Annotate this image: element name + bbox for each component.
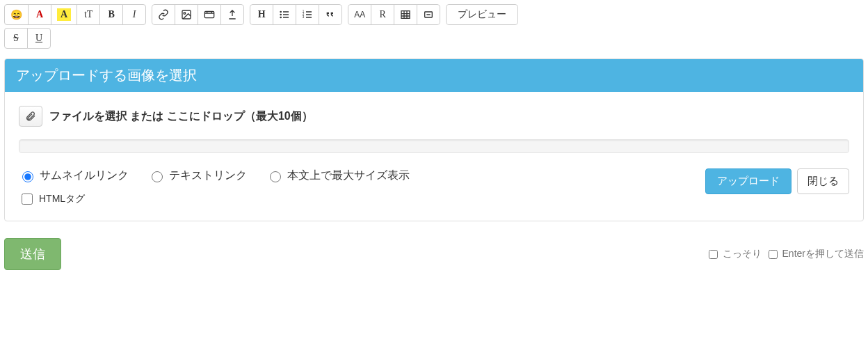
bg-color-button[interactable]: A bbox=[51, 4, 77, 25]
underline-button[interactable]: U bbox=[27, 28, 51, 49]
video-button[interactable] bbox=[198, 4, 221, 25]
file-drop-label[interactable]: ファイルを選択 または ここにドロップ（最大10個） bbox=[49, 109, 313, 124]
list-ul-icon bbox=[279, 9, 290, 20]
upload-button[interactable]: アップロード bbox=[705, 168, 791, 194]
bg-color-icon: A bbox=[57, 8, 71, 21]
ol-button[interactable]: 123 bbox=[296, 4, 319, 25]
font-color-icon: A bbox=[36, 9, 43, 20]
toolbar-group-preview: プレビュー bbox=[446, 4, 518, 25]
footer-row: 送信 こっそり Enterを押して送信 bbox=[4, 238, 864, 270]
toolbar-group-insert bbox=[152, 4, 244, 25]
strike-button[interactable]: S bbox=[4, 28, 28, 49]
heading-icon: H bbox=[258, 9, 266, 20]
r-button[interactable]: R bbox=[371, 4, 394, 25]
svg-point-4 bbox=[280, 14, 281, 15]
panel-body: ファイルを選択 または ここにドロップ（最大10個） サムネイルリンク テキスト… bbox=[5, 92, 863, 221]
preview-button[interactable]: プレビュー bbox=[446, 4, 518, 25]
radio-thumbnail-label: サムネイルリンク bbox=[40, 168, 129, 183]
strike-icon: S bbox=[13, 33, 19, 44]
font-color-button[interactable]: A bbox=[28, 4, 51, 25]
emoji-button[interactable]: 😄 bbox=[4, 4, 29, 25]
radio-max-input[interactable] bbox=[270, 171, 281, 182]
quote-icon bbox=[325, 9, 336, 20]
radio-max-label: 本文上で最大サイズ表示 bbox=[287, 168, 410, 183]
bold-icon: B bbox=[108, 9, 114, 20]
radio-thumbnail-link[interactable]: サムネイルリンク bbox=[19, 168, 129, 183]
radio-text-input[interactable] bbox=[152, 171, 163, 182]
svg-point-1 bbox=[184, 13, 186, 15]
aa-button[interactable]: AA bbox=[348, 4, 371, 25]
radio-max-size[interactable]: 本文上で最大サイズ表示 bbox=[266, 168, 410, 183]
svg-rect-2 bbox=[204, 11, 214, 17]
panel-buttons: アップロード 閉じる bbox=[705, 168, 849, 194]
enter-send-check-label: Enterを押して送信 bbox=[782, 248, 864, 260]
submit-button[interactable]: 送信 bbox=[4, 238, 61, 270]
secret-check-input[interactable] bbox=[709, 250, 718, 259]
secret-check-label: こっそり bbox=[723, 248, 762, 260]
italic-button[interactable]: I bbox=[122, 4, 146, 25]
quote-button[interactable] bbox=[319, 4, 342, 25]
toolbar-group-misc: AA R bbox=[348, 4, 440, 25]
check-html-label: HTMLタグ bbox=[39, 193, 85, 205]
toolbar-group-block: H 123 bbox=[250, 4, 342, 25]
image-button[interactable] bbox=[175, 4, 198, 25]
footer-options: こっそり Enterを押して送信 bbox=[706, 248, 864, 261]
svg-rect-9 bbox=[401, 11, 410, 19]
enter-send-check-input[interactable] bbox=[769, 250, 778, 259]
link-icon bbox=[158, 9, 169, 20]
list-ol-icon: 123 bbox=[302, 9, 313, 20]
upload-progress-bar bbox=[19, 139, 849, 153]
italic-icon: I bbox=[133, 9, 136, 20]
text-size-icon: tT bbox=[84, 9, 93, 20]
radio-text-link[interactable]: テキストリンク bbox=[148, 168, 247, 183]
link-button[interactable] bbox=[152, 4, 175, 25]
file-select-row: ファイルを選択 または ここにドロップ（最大10個） bbox=[19, 106, 849, 127]
toolbar-group-format: 😄 A A tT B I S U bbox=[4, 4, 146, 49]
upload-icon bbox=[227, 9, 238, 20]
svg-text:3: 3 bbox=[303, 15, 305, 19]
bold-button[interactable]: B bbox=[99, 4, 123, 25]
text-size-button[interactable]: tT bbox=[77, 4, 100, 25]
r-icon: R bbox=[379, 9, 385, 20]
close-button[interactable]: 閉じる bbox=[797, 168, 849, 194]
check-html-tag[interactable]: HTMLタグ bbox=[19, 191, 85, 207]
editor-toolbar: 😄 A A tT B I S U H 123 bbox=[4, 4, 864, 49]
image-icon bbox=[181, 9, 192, 20]
video-icon bbox=[204, 9, 215, 20]
table-button[interactable] bbox=[394, 4, 417, 25]
paperclip-icon bbox=[25, 111, 36, 122]
check-html-input[interactable] bbox=[22, 194, 33, 205]
upload-panel: アップロードする画像を選択 ファイルを選択 または ここにドロップ（最大10個）… bbox=[4, 58, 864, 221]
radio-text-label: テキストリンク bbox=[169, 168, 247, 183]
svg-point-5 bbox=[280, 17, 281, 17]
emoji-icon: 😄 bbox=[10, 9, 22, 20]
upload-toolbar-button[interactable] bbox=[220, 4, 244, 25]
fold-icon bbox=[423, 9, 434, 20]
upload-options: サムネイルリンク テキストリンク 本文上で最大サイズ表示 HTMLタグ bbox=[19, 168, 410, 207]
attach-button[interactable] bbox=[19, 106, 42, 127]
radio-thumbnail-input[interactable] bbox=[22, 171, 33, 182]
enter-send-check[interactable]: Enterを押して送信 bbox=[766, 248, 864, 261]
aa-icon: AA bbox=[354, 10, 365, 19]
panel-title: アップロードする画像を選択 bbox=[5, 59, 863, 92]
heading-button[interactable]: H bbox=[250, 4, 273, 25]
fold-button[interactable] bbox=[417, 4, 440, 25]
secret-check[interactable]: こっそり bbox=[706, 248, 762, 261]
ul-button[interactable] bbox=[273, 4, 296, 25]
svg-point-3 bbox=[280, 11, 281, 12]
underline-icon: U bbox=[35, 33, 42, 44]
table-icon bbox=[400, 9, 411, 20]
